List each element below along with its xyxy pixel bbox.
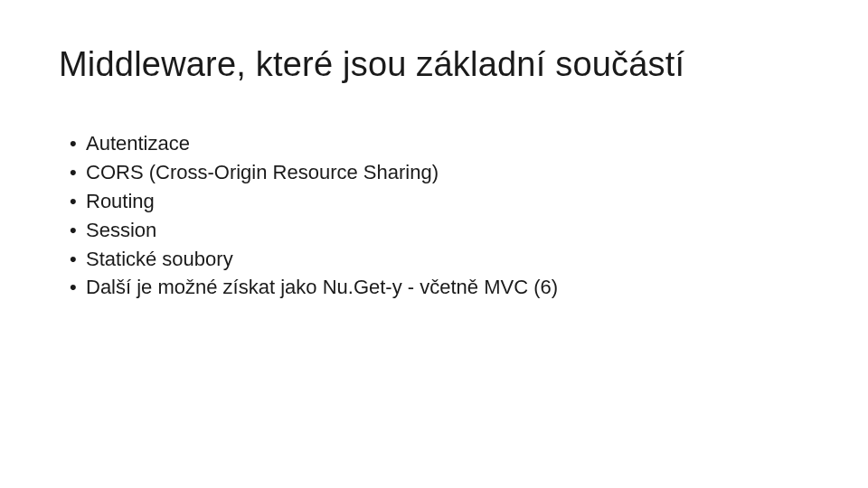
list-item: Routing: [70, 187, 809, 216]
slide-title: Middleware, které jsou základní součástí: [59, 45, 809, 84]
list-item: CORS (Cross-Origin Resource Sharing): [70, 158, 809, 187]
list-item: Statické soubory: [70, 245, 809, 274]
list-item: Autentizace: [70, 129, 809, 158]
list-item: Další je možné získat jako Nu.Get-y - vč…: [70, 273, 809, 302]
list-item: Session: [70, 216, 809, 245]
bullet-list: Autentizace CORS (Cross-Origin Resource …: [59, 129, 809, 302]
